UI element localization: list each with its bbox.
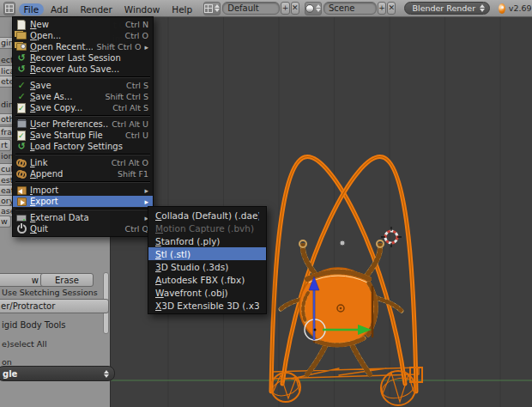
- accel-letter: 3: [155, 262, 161, 272]
- menu-item-external-data[interactable]: External Data▸: [13, 212, 153, 223]
- menu-item-save-startup-file[interactable]: Save Startup FileCtrl U: [13, 130, 153, 141]
- menu-item-save-as[interactable]: Save As...Shift Ctrl S: [13, 91, 153, 102]
- version-text: v2.69 | V: [509, 3, 532, 13]
- screen-layout-selector[interactable]: [203, 2, 221, 15]
- selected-object-wireframe[interactable]: [270, 157, 422, 405]
- accel-letter: S: [155, 249, 161, 259]
- file-menu-popup: NewCtrl NOpen...Ctrl OOpen Recent...Shif…: [12, 16, 154, 237]
- screen-layout-icon: [204, 4, 213, 13]
- menubar-item-add[interactable]: Add: [45, 3, 73, 15]
- menu-item-load-factory-settings[interactable]: Load Factory Settings: [13, 141, 153, 152]
- menu-item-motion-capture-bvh[interactable]: Motion Capture (.bvh): [148, 222, 266, 234]
- scene-name-field[interactable]: Scene: [323, 2, 377, 15]
- shelf-clipped-item[interactable]: w: [0, 216, 11, 228]
- menu-item-stanford-ply[interactable]: Stanford (.ply): [148, 234, 266, 247]
- render-engine-value: Blender Render: [412, 3, 475, 13]
- menu-item-save[interactable]: SaveCtrl S: [13, 80, 153, 91]
- menu-item-label: 3D Studio (.3ds): [155, 262, 259, 272]
- menubar-item-file[interactable]: File: [19, 3, 45, 15]
- menu-item-shortcut: Shift F1: [118, 169, 148, 179]
- delete-scene-button[interactable]: ✕: [387, 2, 396, 15]
- shelf-dropdown-value: gle: [3, 369, 17, 379]
- menu-item-label: Save: [30, 81, 123, 90]
- editor-type-selector[interactable]: [3, 2, 15, 15]
- menu-item-open-recent[interactable]: Open Recent...Shift Ctrl O▸: [13, 41, 153, 52]
- menu-item-append[interactable]: AppendShift F1: [13, 168, 153, 179]
- deselect-all-button[interactable]: e)select All: [2, 339, 47, 349]
- menu-item-shortcut: Ctrl O: [125, 31, 148, 40]
- menu-item-user-preferences[interactable]: User Preferences...Ctrl Alt U: [13, 118, 153, 130]
- object-origin-dot: [340, 240, 345, 246]
- menu-item-recover-last-session[interactable]: Recover Last Session: [13, 52, 153, 64]
- menu-item-3d-studio-3ds[interactable]: 3D Studio (.3ds): [148, 260, 266, 273]
- menu-item-save-copy[interactable]: Save Copy...Ctrl Alt S: [13, 102, 153, 113]
- menu-item-label: Collada (Default) (.dae): [155, 210, 259, 221]
- page-icon: [16, 20, 27, 30]
- menu-item-quit[interactable]: QuitCtrl Q: [13, 223, 153, 234]
- recycle-icon: [16, 64, 27, 75]
- menubar-item-window[interactable]: Window: [119, 3, 165, 15]
- menu-item-stl-stl[interactable]: Stl (.stl): [148, 247, 266, 260]
- check-sheet-icon: [16, 131, 27, 141]
- draw-button[interactable]: w: [0, 273, 44, 287]
- menu-item-label: Motion Capture (.bvh): [155, 223, 259, 234]
- menu-item-x3d-extensible-3d-x3d[interactable]: X3D Extensible 3D (.x3d): [148, 299, 266, 312]
- draw-button-label: w: [32, 276, 39, 285]
- add-scene-button[interactable]: +: [378, 2, 386, 15]
- menu-item-link[interactable]: LinkCtrl Alt O: [13, 157, 153, 168]
- accel-letter: Q: [30, 224, 37, 234]
- menu-item-collada-default-dae[interactable]: Collada (Default) (.dae): [148, 209, 266, 222]
- accel-letter: U: [30, 119, 36, 129]
- rigid-body-tools-panel-header[interactable]: igid Body Tools: [2, 320, 66, 330]
- accel-letter: O: [30, 42, 37, 52]
- accel-letter: L: [30, 158, 35, 167]
- accel-letter: E: [30, 213, 35, 222]
- export-submenu-popup: Collada (Default) (.dae)Motion Capture (…: [148, 206, 267, 314]
- menu-item-label: X3D Extensible 3D (.x3d): [155, 301, 259, 311]
- menu-item-recover-auto-save[interactable]: Recover Auto Save...: [13, 64, 153, 75]
- menu-item-shortcut: Ctrl Alt U: [112, 119, 148, 129]
- scene-stepper[interactable]: [316, 4, 321, 12]
- render-engine-dropdown[interactable]: Blender Render: [404, 2, 490, 15]
- layout-stepper[interactable]: [215, 4, 220, 12]
- export-icon: [16, 197, 27, 207]
- menu-item-open[interactable]: Open...Ctrl O: [13, 30, 153, 41]
- menu-item-wavefront-obj[interactable]: Wavefront (.obj): [148, 286, 266, 299]
- use-sketching-sessions-label[interactable]: Use Sketching Sessions: [2, 288, 98, 297]
- accel-letter: X: [155, 301, 161, 311]
- blender-window: FileAddRenderWindowHelp Default + ✕ Scen…: [0, 0, 532, 407]
- power-icon: [16, 224, 27, 234]
- menubar-item-help[interactable]: Help: [166, 3, 197, 15]
- recycle-icon: [16, 142, 27, 152]
- menu-item-new[interactable]: NewCtrl N: [13, 19, 153, 30]
- menu-item-import[interactable]: Import▸: [13, 185, 153, 196]
- menu-item-autodesk-fbx-fbx[interactable]: Autodesk FBX (.fbx): [148, 273, 266, 286]
- wheel-left: [270, 373, 301, 402]
- menu-item-label: Import: [30, 185, 141, 195]
- menu-item-shortcut: Ctrl Alt S: [112, 103, 148, 112]
- shelf-bottom-dropdown[interactable]: gle: [0, 366, 115, 381]
- shelf-clipped-item[interactable]: rt: [0, 139, 11, 151]
- scene-selector[interactable]: [305, 2, 322, 15]
- accel-letter: S: [30, 92, 35, 101]
- ruler-protractor-button[interactable]: er/Protractor: [0, 299, 109, 313]
- shelf-dropdown-stepper[interactable]: [104, 370, 109, 378]
- accel-letter: A: [30, 169, 36, 179]
- menu-separator: [15, 76, 150, 78]
- folder-icon: [16, 31, 27, 41]
- delete-layout-button[interactable]: ✕: [291, 2, 299, 15]
- add-layout-button[interactable]: +: [281, 2, 289, 15]
- accel-letter: C: [155, 210, 161, 221]
- menu-item-shortcut: Ctrl Alt O: [112, 158, 148, 167]
- check-icon: [16, 92, 27, 102]
- layout-name-field[interactable]: Default: [222, 2, 280, 15]
- menu-separator: [15, 181, 150, 183]
- menu-item-export[interactable]: Export▸: [13, 196, 153, 207]
- check-icon: [16, 81, 27, 91]
- menubar-item-render[interactable]: Render: [75, 3, 117, 15]
- menu-item-shortcut: Shift Ctrl S: [105, 92, 148, 101]
- submenu-arrow-icon: ▸: [144, 197, 148, 206]
- erase-button[interactable]: Erase: [40, 273, 94, 287]
- menu-separator: [15, 154, 150, 155]
- accel-letter: R: [30, 53, 36, 63]
